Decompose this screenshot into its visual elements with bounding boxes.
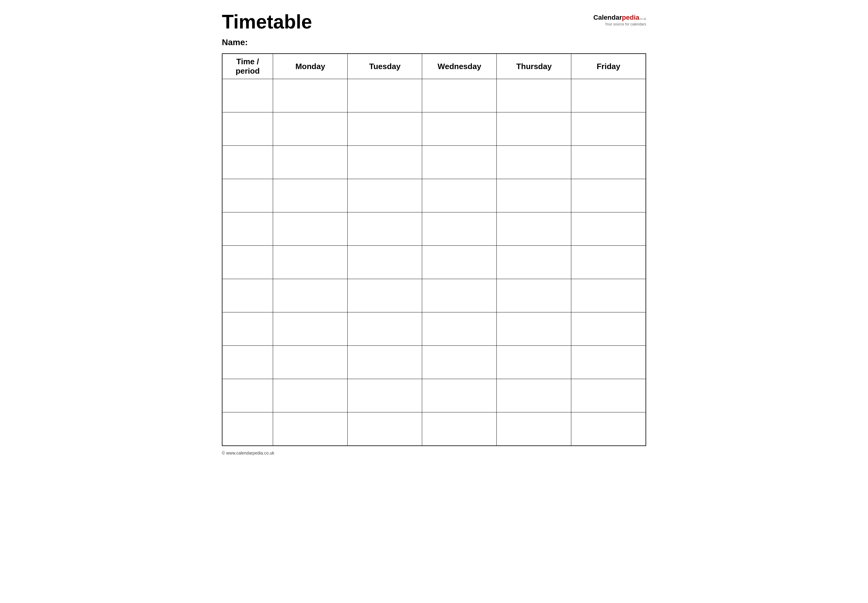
timetable-body [222,79,646,446]
day-cell[interactable] [422,179,497,212]
page-title: Timetable [222,12,312,31]
day-cell[interactable] [571,246,646,279]
day-cell[interactable] [497,113,571,146]
day-cell[interactable] [348,312,422,346]
time-cell[interactable] [222,413,273,446]
col-header-tuesday: Tuesday [348,54,422,79]
col-header-time: Time / period [222,54,273,79]
time-cell[interactable] [222,379,273,413]
day-cell[interactable] [571,113,646,146]
time-cell[interactable] [222,79,273,113]
table-row [222,179,646,212]
day-cell[interactable] [348,179,422,212]
day-cell[interactable] [571,79,646,113]
table-row [222,346,646,379]
day-cell[interactable] [422,79,497,113]
logo-couk: co.uk [639,17,646,20]
table-row [222,379,646,413]
table-row [222,212,646,246]
day-cell[interactable] [422,113,497,146]
day-cell[interactable] [571,146,646,179]
time-cell[interactable] [222,312,273,346]
day-cell[interactable] [273,79,348,113]
day-cell[interactable] [497,379,571,413]
day-cell[interactable] [348,79,422,113]
day-cell[interactable] [273,146,348,179]
table-row [222,113,646,146]
logo-subtitle: Your source for calendars [605,22,646,26]
time-cell[interactable] [222,246,273,279]
day-cell[interactable] [497,79,571,113]
day-cell[interactable] [273,212,348,246]
day-cell[interactable] [571,179,646,212]
time-cell[interactable] [222,212,273,246]
day-cell[interactable] [348,379,422,413]
day-cell[interactable] [571,379,646,413]
day-cell[interactable] [422,279,497,312]
day-cell[interactable] [273,413,348,446]
day-cell[interactable] [273,346,348,379]
logo-calendar: Calendar [593,14,622,22]
time-cell[interactable] [222,179,273,212]
time-cell[interactable] [222,279,273,312]
day-cell[interactable] [273,246,348,279]
name-row: Name: [222,37,646,47]
day-cell[interactable] [348,212,422,246]
day-cell[interactable] [422,246,497,279]
day-cell[interactable] [348,146,422,179]
logo-pedia: pedia [622,14,639,22]
day-cell[interactable] [273,312,348,346]
col-header-thursday: Thursday [497,54,571,79]
time-cell[interactable] [222,146,273,179]
day-cell[interactable] [497,212,571,246]
name-label: Name: [222,37,248,47]
header-row: Timetable Calendarpediaco.uk Your source… [222,12,646,31]
col-header-friday: Friday [571,54,646,79]
timetable: Time / period Monday Tuesday Wednesday T… [222,53,646,446]
day-cell[interactable] [273,279,348,312]
logo-container: Calendarpediaco.uk Your source for calen… [593,12,646,26]
day-cell[interactable] [422,146,497,179]
table-row [222,246,646,279]
day-cell[interactable] [348,413,422,446]
day-cell[interactable] [571,212,646,246]
col-header-wednesday: Wednesday [422,54,497,79]
day-cell[interactable] [422,312,497,346]
day-cell[interactable] [348,246,422,279]
day-cell[interactable] [497,246,571,279]
day-cell[interactable] [571,413,646,446]
day-cell[interactable] [571,279,646,312]
day-cell[interactable] [497,312,571,346]
day-cell[interactable] [497,413,571,446]
day-cell[interactable] [348,279,422,312]
day-cell[interactable] [422,212,497,246]
day-cell[interactable] [422,379,497,413]
day-cell[interactable] [497,146,571,179]
col-header-monday: Monday [273,54,348,79]
logo: Calendarpediaco.uk [593,14,646,22]
day-cell[interactable] [273,379,348,413]
table-row [222,279,646,312]
day-cell[interactable] [348,346,422,379]
day-cell[interactable] [571,346,646,379]
time-cell[interactable] [222,346,273,379]
table-row [222,413,646,446]
logo-text: Calendarpediaco.uk [593,14,646,22]
day-cell[interactable] [422,346,497,379]
footer-url: © www.calendarpedia.co.uk [222,451,274,455]
day-cell[interactable] [497,279,571,312]
day-cell[interactable] [497,179,571,212]
day-cell[interactable] [348,113,422,146]
day-cell[interactable] [571,312,646,346]
time-cell[interactable] [222,113,273,146]
day-cell[interactable] [497,346,571,379]
table-header-row: Time / period Monday Tuesday Wednesday T… [222,54,646,79]
page-wrapper: Timetable Calendarpediaco.uk Your source… [222,12,646,455]
day-cell[interactable] [273,113,348,146]
table-row [222,312,646,346]
day-cell[interactable] [422,413,497,446]
table-row [222,79,646,113]
footer: © www.calendarpedia.co.uk [222,451,646,455]
day-cell[interactable] [273,179,348,212]
table-row [222,146,646,179]
